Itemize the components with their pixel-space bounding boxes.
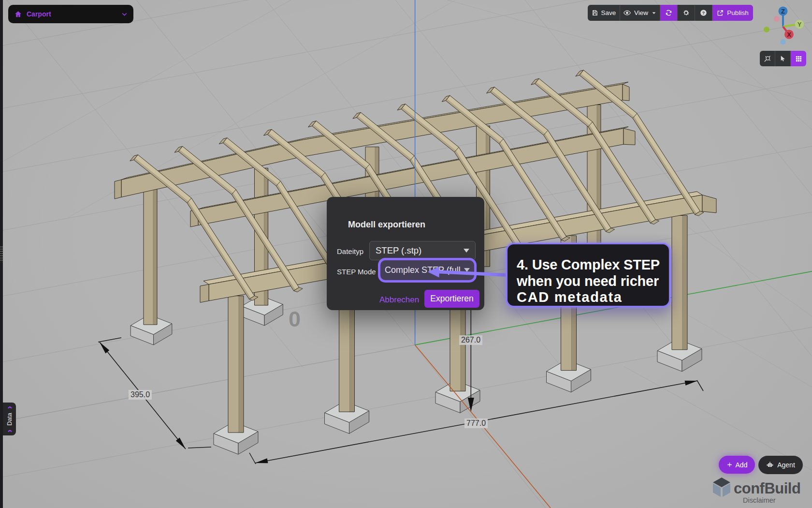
svg-text:?: ? bbox=[702, 11, 705, 15]
svg-text:X: X bbox=[787, 31, 791, 38]
svg-text:Y: Y bbox=[798, 21, 802, 28]
svg-text:Z: Z bbox=[781, 8, 785, 15]
